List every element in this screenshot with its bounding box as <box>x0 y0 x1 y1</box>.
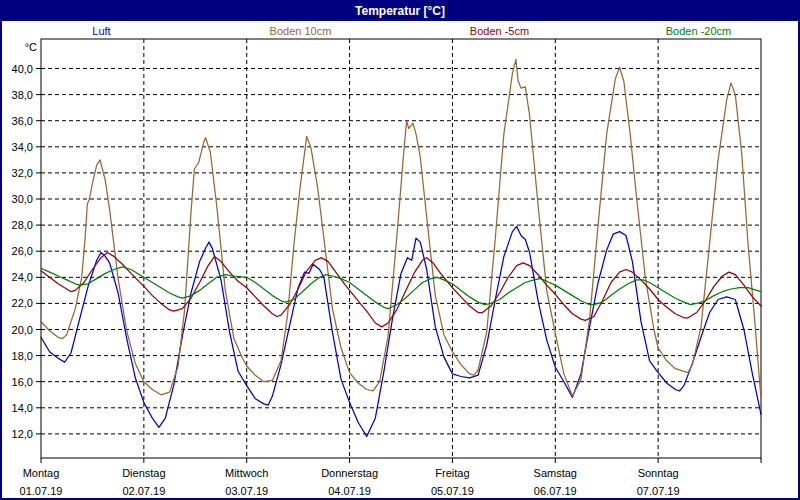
y-axis-label: 36,0 <box>12 115 33 127</box>
x-axis-date-label: 07.07.19 <box>637 485 680 497</box>
x-axis-day-label: Sonntag <box>638 467 679 479</box>
y-axis-label: 24,0 <box>12 271 33 283</box>
y-axis-label: 20,0 <box>12 324 33 336</box>
x-axis-date-label: 03.07.19 <box>225 485 268 497</box>
y-axis-label: 12,0 <box>12 428 33 440</box>
y-axis-label: 30,0 <box>12 193 33 205</box>
x-axis-day-label: Dienstag <box>122 467 165 479</box>
x-axis-date-label: 04.07.19 <box>328 485 371 497</box>
y-axis-label: 32,0 <box>12 167 33 179</box>
x-axis-date-label: 06.07.19 <box>534 485 577 497</box>
y-axis-label: 14,0 <box>12 402 33 414</box>
temperature-chart: 40,038,036,034,032,030,028,026,024,022,0… <box>0 0 800 500</box>
series-line-boden-10cm <box>41 59 761 398</box>
plot-border <box>41 39 761 458</box>
x-axis-day-label: Freitag <box>435 467 469 479</box>
y-axis-label: 26,0 <box>12 245 33 257</box>
y-axis-label: 38,0 <box>12 89 33 101</box>
y-axis-label: 34,0 <box>12 141 33 153</box>
y-axis-label: 40,0 <box>12 63 33 75</box>
y-axis-label: 28,0 <box>12 219 33 231</box>
x-axis-date-label: 01.07.19 <box>20 485 63 497</box>
x-axis-day-label: Samstag <box>534 467 577 479</box>
x-axis-day-label: Donnerstag <box>321 467 378 479</box>
series-line-luft <box>41 226 761 436</box>
x-axis-day-label: Mittwoch <box>225 467 268 479</box>
y-axis-label: 18,0 <box>12 350 33 362</box>
y-axis-unit-label: °C <box>25 41 37 53</box>
x-axis-date-label: 02.07.19 <box>122 485 165 497</box>
y-axis-label: 22,0 <box>12 297 33 309</box>
x-axis-day-label: Montag <box>23 467 60 479</box>
x-axis-date-label: 05.07.19 <box>431 485 474 497</box>
y-axis-label: 16,0 <box>12 376 33 388</box>
series-line-boden-5cm <box>41 253 761 327</box>
